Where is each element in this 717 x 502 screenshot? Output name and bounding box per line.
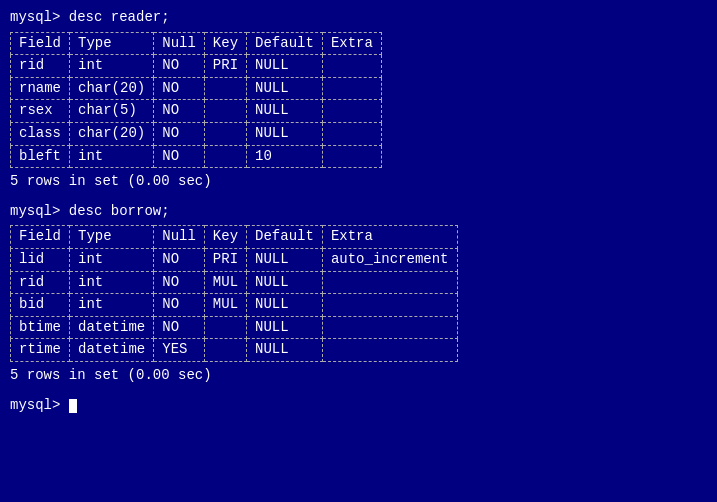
table2-container: Field Type Null Key Default Extra lidint… bbox=[10, 225, 707, 362]
table-cell: NO bbox=[154, 55, 205, 78]
table2-col-default: Default bbox=[247, 226, 323, 249]
table2-col-type: Type bbox=[70, 226, 154, 249]
table-cell: PRI bbox=[204, 248, 246, 271]
table-cell: NO bbox=[154, 145, 205, 168]
prompt1-text: mysql> desc reader; bbox=[10, 9, 170, 25]
table2-header-row: Field Type Null Key Default Extra bbox=[11, 226, 458, 249]
table-cell: NULL bbox=[247, 100, 323, 123]
table-cell: rsex bbox=[11, 100, 70, 123]
table-cell bbox=[322, 339, 457, 362]
table-cell: rtime bbox=[11, 339, 70, 362]
table2-col-field: Field bbox=[11, 226, 70, 249]
reader-table: Field Type Null Key Default Extra ridint… bbox=[10, 32, 382, 169]
prompt3-line: mysql> bbox=[10, 396, 707, 416]
table-cell bbox=[322, 100, 381, 123]
terminal: mysql> desc reader; Field Type Null Key … bbox=[10, 8, 707, 415]
table-cell: NULL bbox=[247, 122, 323, 145]
table-cell: 10 bbox=[247, 145, 323, 168]
table-row: classchar(20)NONULL bbox=[11, 122, 382, 145]
table-cell: btime bbox=[11, 316, 70, 339]
table-cell bbox=[322, 122, 381, 145]
table-cell: char(20) bbox=[70, 77, 154, 100]
cursor-icon bbox=[69, 399, 77, 413]
table-cell: NULL bbox=[247, 271, 323, 294]
table-cell: MUL bbox=[204, 294, 246, 317]
table-cell: datetime bbox=[70, 316, 154, 339]
table-cell: PRI bbox=[204, 55, 246, 78]
table2-col-key: Key bbox=[204, 226, 246, 249]
table1-col-extra: Extra bbox=[322, 32, 381, 55]
table-cell: MUL bbox=[204, 271, 246, 294]
table-cell bbox=[204, 122, 246, 145]
table-cell: YES bbox=[154, 339, 205, 362]
table2-col-null: Null bbox=[154, 226, 205, 249]
table-row: lidintNOPRINULLauto_increment bbox=[11, 248, 458, 271]
table-cell: NO bbox=[154, 100, 205, 123]
rowcount2: 5 rows in set (0.00 sec) bbox=[10, 366, 707, 386]
table-cell: int bbox=[70, 248, 154, 271]
table-cell bbox=[322, 294, 457, 317]
table-cell: char(5) bbox=[70, 100, 154, 123]
prompt2-line: mysql> desc borrow; bbox=[10, 202, 707, 222]
table-cell: NO bbox=[154, 316, 205, 339]
table-cell: NULL bbox=[247, 316, 323, 339]
table-cell: bleft bbox=[11, 145, 70, 168]
table-cell: int bbox=[70, 294, 154, 317]
table-cell: int bbox=[70, 55, 154, 78]
table-cell: NO bbox=[154, 294, 205, 317]
table-cell: auto_increment bbox=[322, 248, 457, 271]
table-row: btimedatetimeNONULL bbox=[11, 316, 458, 339]
table-cell: NULL bbox=[247, 55, 323, 78]
table-cell: class bbox=[11, 122, 70, 145]
table-row: ridintNOPRINULL bbox=[11, 55, 382, 78]
table-row: rtimedatetimeYESNULL bbox=[11, 339, 458, 362]
table-cell: lid bbox=[11, 248, 70, 271]
table-cell: NULL bbox=[247, 339, 323, 362]
table-cell bbox=[322, 55, 381, 78]
table-cell bbox=[204, 77, 246, 100]
table1-col-type: Type bbox=[70, 32, 154, 55]
table2-col-extra: Extra bbox=[322, 226, 457, 249]
table-cell bbox=[204, 339, 246, 362]
table-cell: int bbox=[70, 145, 154, 168]
table-row: rsexchar(5)NONULL bbox=[11, 100, 382, 123]
table-cell: bid bbox=[11, 294, 70, 317]
table-cell: rid bbox=[11, 271, 70, 294]
prompt1-line: mysql> desc reader; bbox=[10, 8, 707, 28]
table1-header-row: Field Type Null Key Default Extra bbox=[11, 32, 382, 55]
table1-container: Field Type Null Key Default Extra ridint… bbox=[10, 32, 707, 169]
table1-col-null: Null bbox=[154, 32, 205, 55]
table-row: bidintNOMULNULL bbox=[11, 294, 458, 317]
table-cell bbox=[322, 271, 457, 294]
table-cell bbox=[322, 145, 381, 168]
table1-col-default: Default bbox=[247, 32, 323, 55]
table-cell: datetime bbox=[70, 339, 154, 362]
table-cell: NULL bbox=[247, 77, 323, 100]
table-cell: NO bbox=[154, 271, 205, 294]
table-cell bbox=[204, 316, 246, 339]
table-cell bbox=[204, 145, 246, 168]
table1-col-key: Key bbox=[204, 32, 246, 55]
table-cell bbox=[322, 77, 381, 100]
table-cell bbox=[322, 316, 457, 339]
table-cell: rname bbox=[11, 77, 70, 100]
table-cell bbox=[204, 100, 246, 123]
prompt2-text: mysql> desc borrow; bbox=[10, 203, 170, 219]
table-row: rnamechar(20)NONULL bbox=[11, 77, 382, 100]
borrow-table: Field Type Null Key Default Extra lidint… bbox=[10, 225, 458, 362]
table-row: ridintNOMULNULL bbox=[11, 271, 458, 294]
rowcount1: 5 rows in set (0.00 sec) bbox=[10, 172, 707, 192]
table-cell: int bbox=[70, 271, 154, 294]
table-cell: NULL bbox=[247, 248, 323, 271]
table-cell: NO bbox=[154, 122, 205, 145]
table1-col-field: Field bbox=[11, 32, 70, 55]
table-cell: NULL bbox=[247, 294, 323, 317]
table-cell: rid bbox=[11, 55, 70, 78]
table-cell: NO bbox=[154, 248, 205, 271]
table-cell: NO bbox=[154, 77, 205, 100]
prompt3-text: mysql> bbox=[10, 397, 69, 413]
table-cell: char(20) bbox=[70, 122, 154, 145]
table-row: bleftintNO10 bbox=[11, 145, 382, 168]
